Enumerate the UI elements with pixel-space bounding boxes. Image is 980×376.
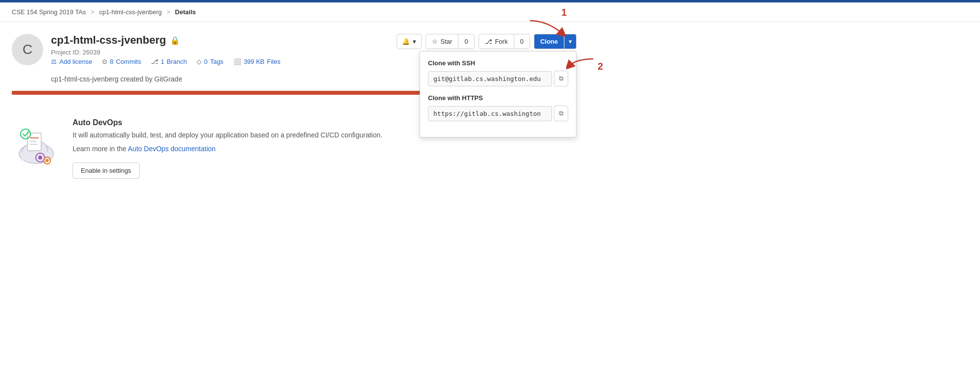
copy-icon: ⧉	[559, 75, 563, 82]
project-left: C cp1-html-css-jvenberg 🔒 Project ID: 26…	[12, 34, 280, 65]
commits-link[interactable]: ⊙ 8 Commits	[102, 58, 141, 65]
notification-icon: 🔔	[402, 38, 410, 45]
svg-point-10	[38, 156, 42, 160]
project-title: cp1-html-css-jvenberg 🔒	[51, 34, 280, 47]
files-icon: ⬜	[233, 58, 241, 65]
dropdown-icon: ▾	[413, 38, 416, 45]
clone-dropdown: 2 Clone with SSH ⧉ Clone with HTTPS	[420, 51, 577, 137]
project-stats: ⚖ Add license ⊙ 8 Commits ⎇ 1 Branch ◇	[51, 58, 280, 65]
clone-ssh-section: Clone with SSH ⧉	[428, 59, 568, 86]
tags-link[interactable]: ◇ 0 Tags	[197, 58, 224, 65]
clone-dropdown-icon: ▾	[569, 38, 572, 45]
clone-https-row: ⧉	[428, 106, 568, 121]
devops-learn-more: Learn more in the Auto DevOps documentat…	[73, 145, 382, 153]
fork-count-button[interactable]: 0	[514, 34, 529, 49]
project-info: cp1-html-css-jvenberg 🔒 Project ID: 2603…	[51, 34, 280, 65]
clone-https-input[interactable]	[428, 106, 552, 121]
fork-group: ⎇ Fork 0	[478, 34, 530, 49]
branch-icon: ⎇	[151, 58, 158, 65]
clone-group: Clone ▾	[534, 34, 577, 49]
enable-settings-button[interactable]: Enable in settings	[73, 162, 140, 179]
project-actions: 1 🔔 ▾ ☆ Star	[397, 34, 577, 49]
lock-icon: 🔒	[170, 36, 180, 45]
clone-ssh-row: ⧉	[428, 71, 568, 86]
project-header: C cp1-html-css-jvenberg 🔒 Project ID: 26…	[12, 34, 577, 65]
commits-icon: ⊙	[102, 58, 107, 65]
devops-description: It will automatically build, test, and d…	[73, 131, 382, 139]
copy-icon-2: ⧉	[559, 109, 563, 117]
breadcrumb-link-1[interactable]: CSE 154 Spring 2019 TAs	[12, 8, 86, 16]
devops-content: Auto DevOps It will automatically build,…	[73, 118, 382, 179]
clone-https-title: Clone with HTTPS	[428, 94, 568, 102]
devops-title: Auto DevOps	[73, 118, 382, 127]
clone-dropdown-button[interactable]: ▾	[564, 34, 576, 49]
notification-button[interactable]: 🔔 ▾	[397, 34, 422, 49]
devops-doc-link[interactable]: Auto DevOps documentation	[128, 145, 216, 153]
annotation-2: 2	[598, 61, 603, 72]
clone-https-section: Clone with HTTPS ⧉	[428, 94, 568, 121]
project-id: Project ID: 26039	[51, 49, 280, 56]
devops-svg	[12, 118, 61, 167]
star-icon: ☆	[432, 38, 438, 45]
clone-button[interactable]: Clone	[534, 34, 564, 49]
clone-ssh-title: Clone with SSH	[428, 59, 568, 67]
breadcrumb: CSE 154 Spring 2019 TAs > cp1-html-css-j…	[0, 2, 980, 22]
svg-point-12	[46, 159, 49, 162]
license-icon: ⚖	[51, 58, 57, 65]
devops-illustration	[12, 118, 61, 169]
breadcrumb-link-2[interactable]: cp1-html-css-jvenberg	[99, 8, 162, 16]
add-license-link[interactable]: ⚖ Add license	[51, 58, 92, 65]
breadcrumb-separator-1: >	[91, 8, 96, 16]
star-button[interactable]: ☆ Star	[426, 34, 459, 49]
branches-link[interactable]: ⎇ 1 Branch	[151, 58, 187, 65]
star-group: ☆ Star 0	[426, 34, 475, 49]
fork-button[interactable]: ⎇ Fork	[479, 34, 514, 49]
breadcrumb-separator-2: >	[167, 8, 172, 16]
copy-https-button[interactable]: ⧉	[554, 106, 568, 121]
arrow-2-svg	[566, 56, 596, 76]
star-count-button[interactable]: 0	[458, 34, 474, 49]
avatar: C	[12, 34, 43, 65]
tag-icon: ◇	[197, 58, 201, 65]
fork-icon: ⎇	[485, 38, 492, 45]
files-link[interactable]: ⬜ 399 KB Files	[233, 58, 280, 65]
clone-ssh-input[interactable]	[428, 71, 552, 86]
svg-rect-4	[27, 133, 41, 151]
breadcrumb-current: Details	[175, 8, 196, 16]
copy-ssh-button[interactable]: ⧉	[554, 71, 568, 86]
